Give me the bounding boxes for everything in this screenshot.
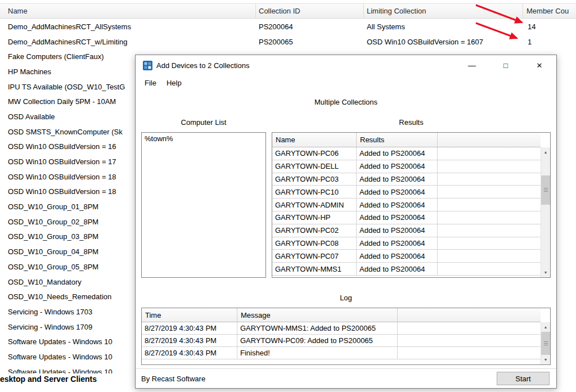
result-name-cell: GARYTOWN-MMS1 bbox=[272, 263, 357, 276]
result-name-cell: GARYTOWN-PC06 bbox=[272, 147, 357, 160]
results-rows: GARYTOWN-PC06Added to PS200064GARYTOWN-D… bbox=[272, 147, 541, 277]
log-message-cell: Finished! bbox=[237, 347, 398, 359]
log-grid-header: Time Message bbox=[142, 308, 541, 322]
credit-text: By Recast Software bbox=[141, 375, 205, 383]
log-column-filler bbox=[398, 308, 541, 322]
results-scrollbar[interactable]: ▲ ▼ bbox=[541, 147, 550, 277]
result-status-cell: Added to PS200064 bbox=[357, 237, 438, 250]
computer-list-input[interactable]: %town% bbox=[141, 132, 266, 278]
collection-id-cell: PS200064 bbox=[259, 19, 363, 34]
result-empty-cell bbox=[438, 147, 541, 160]
log-row[interactable]: 8/27/2019 4:30:43 PMFinished! bbox=[142, 347, 541, 359]
log-label: Log bbox=[141, 294, 551, 302]
result-empty-cell bbox=[438, 211, 541, 224]
column-header-member-count[interactable]: Member Cou bbox=[523, 4, 576, 18]
scroll-thumb[interactable] bbox=[541, 332, 550, 355]
results-column-results[interactable]: Results bbox=[357, 133, 438, 147]
results-row[interactable]: GARYTOWN-DELLAdded to PS200064 bbox=[272, 160, 541, 173]
results-row[interactable]: GARYTOWN-PC08Added to PS200064 bbox=[272, 237, 541, 250]
results-row[interactable]: GARYTOWN-HPAdded to PS200064 bbox=[272, 211, 541, 224]
result-empty-cell bbox=[438, 160, 541, 173]
menu-file[interactable]: File bbox=[140, 76, 161, 89]
member-count-cell: 14 bbox=[528, 19, 573, 34]
results-row[interactable]: GARYTOWN-ADMINAdded to PS200064 bbox=[272, 199, 541, 211]
log-row[interactable]: 8/27/2019 4:30:43 PMGARYTOWN-PC09: Added… bbox=[142, 335, 541, 347]
collection-id-cell: PS200065 bbox=[259, 34, 363, 49]
result-empty-cell bbox=[438, 250, 541, 263]
scroll-down-icon[interactable]: ▼ bbox=[541, 355, 550, 364]
limiting-collection-cell: OSD Win10 OSBuildVersion = 1607 bbox=[367, 34, 523, 49]
result-empty-cell bbox=[438, 199, 541, 211]
result-status-cell: Added to PS200064 bbox=[357, 160, 438, 173]
results-column-filler bbox=[438, 133, 541, 147]
result-name-cell: GARYTOWN-HP bbox=[272, 211, 357, 224]
results-row[interactable]: GARYTOWN-MMS1Added to PS200064 bbox=[272, 263, 541, 276]
scroll-up-icon[interactable]: ▲ bbox=[541, 147, 550, 157]
log-empty-cell bbox=[398, 335, 541, 347]
log-scrollbar[interactable]: ▲ ▼ bbox=[541, 322, 550, 364]
menu-bar: File Help bbox=[136, 75, 556, 90]
column-header-collection-id[interactable]: Collection ID bbox=[256, 4, 364, 18]
result-status-cell: Added to PS200064 bbox=[357, 224, 438, 237]
result-status-cell: Added to PS200064 bbox=[357, 147, 438, 160]
dialog-statusbar: By Recast Software Start bbox=[136, 368, 556, 388]
log-grid: Time Message 8/27/2019 4:30:43 PMGARYTOW… bbox=[141, 308, 551, 365]
collection-name-cell: Demo_AddMachinesRCT_AllSystems bbox=[8, 19, 255, 34]
log-message-cell: GARYTOWN-MMS1: Added to PS200065 bbox=[237, 322, 398, 335]
result-status-cell: Added to PS200064 bbox=[357, 211, 438, 224]
screen: Name Collection ID Limiting Collection M… bbox=[0, 0, 576, 392]
menu-help[interactable]: Help bbox=[161, 76, 187, 89]
add-devices-dialog: Add Devices to 2 Collections — □ ✕ File … bbox=[135, 55, 557, 389]
result-name-cell: GARYTOWN-PC02 bbox=[272, 224, 357, 237]
results-column-name[interactable]: Name bbox=[272, 133, 357, 147]
log-time-cell: 8/27/2019 4:30:43 PM bbox=[142, 335, 237, 347]
result-empty-cell bbox=[438, 224, 541, 237]
limiting-collection-cell: All Systems bbox=[367, 19, 523, 34]
result-name-cell: GARYTOWN-PC03 bbox=[272, 173, 357, 186]
log-empty-cell bbox=[398, 347, 541, 359]
result-empty-cell bbox=[438, 186, 541, 199]
result-empty-cell bbox=[438, 263, 541, 276]
group-header-label: esktop and Server Clients bbox=[0, 375, 97, 384]
scroll-down-icon[interactable]: ▼ bbox=[541, 268, 550, 277]
log-column-message[interactable]: Message bbox=[237, 308, 398, 322]
results-grid: Name Results GARYTOWN-PC06Added to PS200… bbox=[272, 132, 551, 278]
log-time-cell: 8/27/2019 4:30:43 PM bbox=[142, 347, 237, 359]
result-status-cell: Added to PS200064 bbox=[357, 186, 438, 199]
minimize-icon[interactable]: — bbox=[455, 55, 489, 75]
result-name-cell: GARYTOWN-DELL bbox=[272, 160, 357, 173]
start-button[interactable]: Start bbox=[497, 372, 550, 385]
scroll-thumb[interactable] bbox=[541, 175, 550, 205]
dialog-titlebar[interactable]: Add Devices to 2 Collections — □ ✕ bbox=[136, 55, 556, 75]
maximize-icon[interactable]: □ bbox=[489, 55, 523, 75]
result-name-cell: GARYTOWN-PC10 bbox=[272, 186, 357, 199]
close-icon[interactable]: ✕ bbox=[523, 55, 556, 75]
collection-row[interactable]: Demo_AddMachinesRCT_w/LimitingPS200065OS… bbox=[0, 34, 576, 49]
result-status-cell: Added to PS200064 bbox=[357, 250, 438, 263]
scroll-up-icon[interactable]: ▲ bbox=[541, 322, 550, 332]
column-header-name[interactable]: Name bbox=[0, 4, 256, 18]
collections-list-header: Name Collection ID Limiting Collection M… bbox=[0, 3, 576, 19]
result-name-cell: GARYTOWN-PC07 bbox=[272, 250, 357, 263]
results-row[interactable]: GARYTOWN-PC07Added to PS200064 bbox=[272, 250, 541, 263]
column-header-limiting-collection[interactable]: Limiting Collection bbox=[364, 4, 523, 18]
window-controls: — □ ✕ bbox=[455, 55, 556, 75]
result-status-cell: Added to PS200064 bbox=[357, 199, 438, 211]
scroll-grip-icon bbox=[544, 188, 548, 192]
log-message-cell: GARYTOWN-PC09: Added to PS200065 bbox=[237, 335, 398, 347]
result-status-cell: Added to PS200064 bbox=[357, 263, 438, 276]
result-name-cell: GARYTOWN-ADMIN bbox=[272, 199, 357, 211]
results-row[interactable]: GARYTOWN-PC10Added to PS200064 bbox=[272, 186, 541, 199]
log-time-cell: 8/27/2019 4:30:43 PM bbox=[142, 322, 237, 335]
results-row[interactable]: GARYTOWN-PC06Added to PS200064 bbox=[272, 147, 541, 160]
log-row[interactable]: 8/27/2019 4:30:43 PMGARYTOWN-MMS1: Added… bbox=[142, 322, 541, 335]
collection-row[interactable]: Demo_AddMachinesRCT_AllSystemsPS200064Al… bbox=[0, 19, 576, 34]
results-row[interactable]: GARYTOWN-PC02Added to PS200064 bbox=[272, 224, 541, 237]
app-icon bbox=[143, 61, 152, 70]
result-empty-cell bbox=[438, 173, 541, 186]
results-row[interactable]: GARYTOWN-PC03Added to PS200064 bbox=[272, 173, 541, 186]
result-name-cell: GARYTOWN-PC08 bbox=[272, 237, 357, 250]
log-empty-cell bbox=[398, 322, 541, 335]
scroll-grip-icon bbox=[544, 341, 548, 346]
log-column-time[interactable]: Time bbox=[142, 308, 237, 322]
